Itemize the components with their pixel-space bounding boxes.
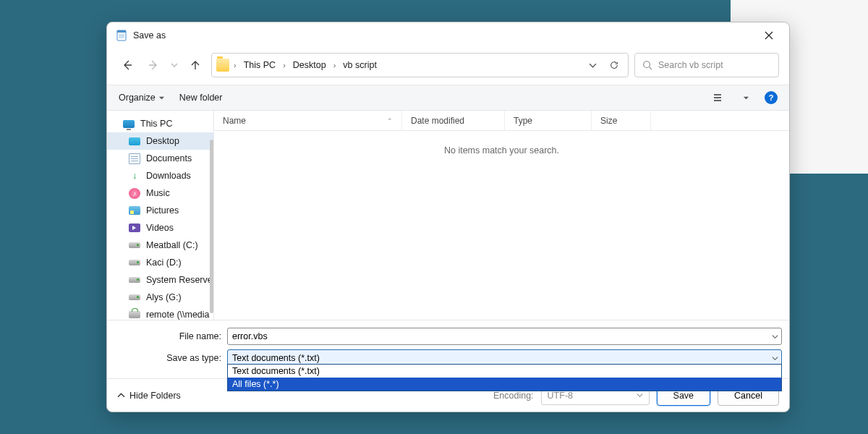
drive-icon [129,294,140,300]
sidebar-item-label: Kaci (D:) [146,258,182,268]
organize-label: Organize [119,93,156,103]
type-option-txt[interactable]: Text documents (*.txt) [228,365,781,378]
column-name-label: Name [223,116,246,126]
sidebar-item[interactable]: Pictures [107,202,213,219]
pic-icon [129,206,140,215]
column-header-size[interactable]: Size [592,111,651,130]
column-header-date[interactable]: Date modified [402,111,505,130]
column-headers: Name ⌃ Date modified Type Size [214,111,789,131]
arrow-up-icon [190,59,201,71]
save-label: Save [673,391,694,401]
svg-point-5 [644,61,650,68]
search-input[interactable] [658,60,771,70]
forward-button[interactable] [143,55,163,75]
column-type-label: Type [514,116,532,126]
new-folder-label: New folder [179,93,223,103]
up-button[interactable] [185,55,205,75]
refresh-button[interactable] [605,56,624,75]
drive-icon [129,242,140,248]
sidebar-item[interactable]: ♪Music [107,184,213,202]
empty-message: No items match your search. [214,131,789,156]
navigation-row: › This PC › Desktop › vb script [107,48,789,85]
breadcrumb-folder[interactable]: vb script [340,59,380,72]
column-size-label: Size [600,116,617,126]
drive-icon [129,260,140,265]
sidebar-item-label: remote (\\media [146,310,210,320]
desktop-icon [129,137,140,145]
sidebar-item-label: This PC [140,119,172,129]
view-dropdown[interactable] [741,90,750,106]
recent-dropdown[interactable] [169,55,179,75]
hide-folders-label: Hide Folders [129,391,181,401]
sidebar: This PCDesktopDocuments↓Downloads♪MusicP… [107,111,214,320]
monitor-icon [123,120,135,128]
cancel-label: Cancel [734,391,762,401]
down-icon: ↓ [129,170,140,182]
help-button[interactable]: ? [765,91,778,104]
dialog-title: Save as [133,30,166,41]
sidebar-item[interactable]: Alys (G:) [107,289,213,306]
chevron-down-icon [171,61,178,69]
file-name-label: File name: [114,331,227,341]
list-view-icon [713,93,725,103]
chevron-up-icon [117,391,125,399]
sidebar-item-label: Meatball (C:) [146,240,198,250]
arrow-right-icon [148,59,159,71]
organize-button[interactable]: Organize [119,93,165,103]
toolbar: Organize New folder ? [107,85,789,111]
breadcrumb-separator: › [232,61,238,69]
save-as-dialog: Save as › This PC › Desktop › vb script [106,22,790,412]
file-name-dropdown[interactable] [768,328,781,344]
save-type-value: Text documents (*.txt) [232,353,320,363]
sidebar-item-label: Documents [146,153,192,163]
svg-rect-1 [117,30,126,33]
encoding-label: Encoding: [493,391,534,401]
view-options-button[interactable] [711,90,727,106]
back-button[interactable] [117,55,137,75]
search-box[interactable] [634,53,779,77]
address-bar[interactable]: › This PC › Desktop › vb script [211,53,629,77]
sidebar-item[interactable]: Documents [107,150,213,167]
svg-line-6 [650,67,652,70]
vid-icon [129,224,140,232]
doc-icon [129,153,140,164]
column-header-name[interactable]: Name ⌃ [214,111,402,130]
type-option-all[interactable]: All files (*.*) [228,378,781,391]
column-header-type[interactable]: Type [505,111,592,130]
scrollbar-thumb[interactable] [210,140,213,313]
sidebar-item[interactable]: ↓Downloads [107,167,213,184]
notepad-icon [116,30,127,41]
sidebar-item[interactable]: Kaci (D:) [107,254,213,271]
sidebar-item[interactable]: Meatball (C:) [107,237,213,254]
music-icon: ♪ [129,188,140,199]
hide-folders-toggle[interactable]: Hide Folders [117,391,181,401]
close-icon [765,31,773,40]
address-dropdown[interactable] [583,56,602,75]
sidebar-item[interactable]: remote (\\media [107,306,213,320]
net-icon [129,311,140,318]
sidebar-item[interactable]: Videos [107,219,213,237]
new-folder-button[interactable]: New folder [179,93,223,103]
sidebar-item-label: Music [146,188,170,198]
chevron-down-icon [637,392,643,399]
arrow-left-icon [122,59,133,71]
sidebar-item[interactable]: Desktop [107,132,213,150]
sidebar-item[interactable]: System Reserved [107,271,213,289]
sidebar-item[interactable]: This PC [107,115,213,132]
chevron-down-icon [772,355,778,362]
encoding-value: UTF-8 [548,391,573,401]
breadcrumb-separator: › [281,61,287,69]
breadcrumb-this-pc[interactable]: This PC [241,59,278,72]
close-button[interactable] [754,25,783,46]
chevron-down-icon [772,333,778,340]
column-date-label: Date modified [411,116,464,126]
sidebar-item-label: Desktop [146,136,179,146]
sidebar-item-label: Videos [146,223,174,233]
file-name-input[interactable] [232,331,777,341]
file-name-field[interactable] [227,328,782,345]
titlebar: Save as [107,22,789,48]
form-area: File name: Save as type: Text documents … [107,320,789,378]
breadcrumb-desktop[interactable]: Desktop [290,59,329,72]
main-area: This PCDesktopDocuments↓Downloads♪MusicP… [107,111,789,320]
folder-icon [216,59,229,72]
